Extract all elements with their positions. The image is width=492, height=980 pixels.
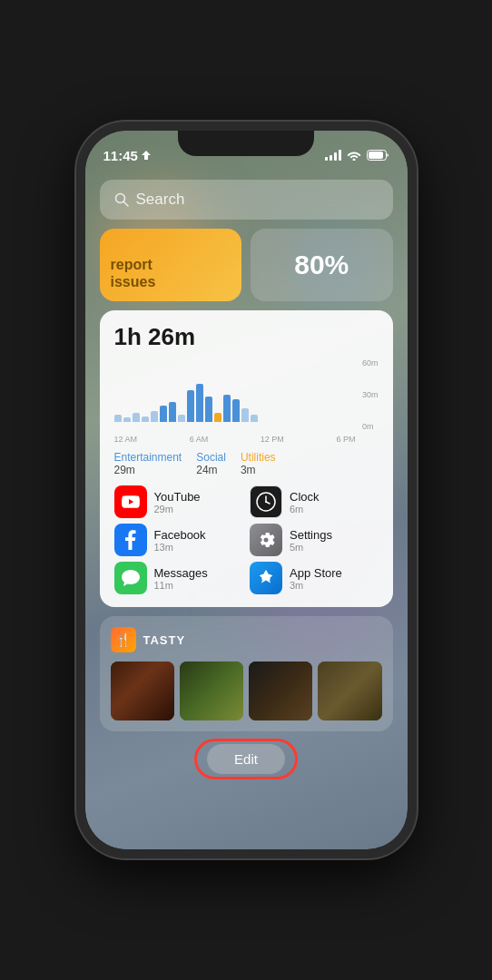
time-label-12pm: 12 PM	[261, 435, 284, 444]
svg-line-4	[123, 202, 128, 207]
svg-rect-2	[369, 152, 383, 159]
clock-name: Clock	[290, 490, 320, 504]
app-row-3: Messages 11m	[114, 562, 379, 594]
settings-time: 5m	[290, 542, 332, 553]
facebook-icon	[114, 524, 147, 556]
search-label: Search	[136, 191, 185, 209]
status-icons	[325, 150, 389, 161]
svg-point-8	[265, 501, 267, 503]
chart-time-labels: 12 AM 6 AM 12 PM 6 PM	[114, 435, 379, 444]
category-row: Entertainment 29m Social 24m Utilities 3…	[114, 451, 379, 476]
category-entertainment: Entertainment 29m	[114, 451, 182, 476]
phone-frame: 11:45	[76, 122, 417, 858]
youtube-info: YouTube 29m	[154, 490, 201, 514]
tasty-logo: 🍴	[111, 627, 136, 652]
facebook-time: 13m	[154, 542, 206, 553]
tasty-brand: TASTY	[143, 633, 186, 647]
food-image-1	[111, 662, 174, 720]
wifi-icon	[347, 150, 361, 161]
category-social-name: Social	[196, 451, 226, 464]
app-facebook[interactable]: Facebook 13m	[114, 524, 243, 556]
facebook-name: Facebook	[154, 528, 206, 542]
appstore-info: App Store 3m	[290, 566, 342, 591]
appstore-time: 3m	[290, 580, 342, 591]
messages-name: Messages	[154, 566, 208, 580]
clock-time: 6m	[290, 504, 320, 514]
food-image-2	[180, 662, 243, 720]
search-icon	[114, 192, 129, 207]
clock-info: Clock 6m	[290, 490, 320, 514]
appstore-icon	[250, 562, 282, 594]
messages-icon	[114, 562, 147, 594]
edit-area: Edit	[100, 744, 393, 774]
edit-button[interactable]: Edit	[207, 744, 285, 774]
category-social: Social 24m	[196, 451, 226, 476]
tasty-header: 🍴 TASTY	[111, 627, 382, 652]
settings-info: Settings 5m	[290, 528, 332, 553]
time-label-12am: 12 AM	[114, 435, 138, 444]
content-area: Search report issues 80% 1h 26m	[85, 171, 408, 849]
app-messages[interactable]: Messages 11m	[114, 562, 243, 594]
report-widget[interactable]: report issues	[100, 229, 242, 301]
app-row-2: Facebook 13m Settings	[114, 524, 379, 556]
category-utilities: Utilities 3m	[241, 451, 276, 476]
youtube-time: 29m	[154, 504, 201, 514]
food-image-3	[249, 662, 312, 720]
app-settings[interactable]: Settings 5m	[250, 524, 379, 556]
time-label-6am: 6 AM	[190, 435, 209, 444]
appstore-name: App Store	[290, 566, 342, 580]
phone-screen: 11:45	[85, 131, 408, 849]
time-label-6pm: 6 PM	[336, 435, 355, 444]
location-icon	[142, 151, 151, 160]
settings-name: Settings	[290, 528, 332, 542]
tasty-widget[interactable]: 🍴 TASTY	[100, 616, 393, 731]
food-image-4	[318, 662, 381, 720]
signal-icon	[325, 150, 341, 161]
widgets-row: report issues 80%	[100, 229, 393, 301]
youtube-name: YouTube	[154, 490, 201, 504]
tasty-images	[111, 662, 382, 720]
edit-button-wrapper: Edit	[207, 744, 285, 774]
app-list: YouTube 29m	[114, 485, 379, 594]
battery-icon	[367, 150, 389, 161]
battery-value: 80%	[261, 250, 382, 280]
settings-icon	[250, 524, 282, 556]
app-clock[interactable]: Clock 6m	[250, 485, 379, 518]
screen-time-total: 1h 26m	[114, 323, 379, 351]
battery-widget[interactable]: 80%	[251, 229, 393, 301]
screen-time-widget[interactable]: 1h 26m	[100, 310, 393, 607]
youtube-icon	[114, 485, 147, 518]
app-youtube[interactable]: YouTube 29m	[114, 485, 243, 518]
clock-icon	[250, 485, 282, 518]
facebook-info: Facebook 13m	[154, 528, 206, 553]
app-row-1: YouTube 29m	[114, 485, 379, 518]
category-social-time: 24m	[196, 464, 226, 476]
search-bar[interactable]: Search	[100, 180, 393, 220]
status-time: 11:45	[103, 148, 151, 163]
messages-time: 11m	[154, 580, 208, 591]
category-entertainment-time: 29m	[114, 464, 182, 476]
app-appstore[interactable]: App Store 3m	[250, 562, 379, 594]
svg-marker-0	[142, 151, 151, 160]
chart-y-labels: 60m 30m 0m	[362, 358, 379, 431]
category-utilities-name: Utilities	[241, 451, 276, 464]
time-display: 11:45	[103, 148, 138, 163]
messages-info: Messages 11m	[154, 566, 208, 591]
chart-area: 60m 30m 0m	[114, 358, 379, 431]
report-text: report issues	[111, 256, 156, 290]
category-entertainment-name: Entertainment	[114, 451, 182, 464]
notch	[178, 131, 314, 156]
category-utilities-time: 3m	[241, 464, 276, 476]
